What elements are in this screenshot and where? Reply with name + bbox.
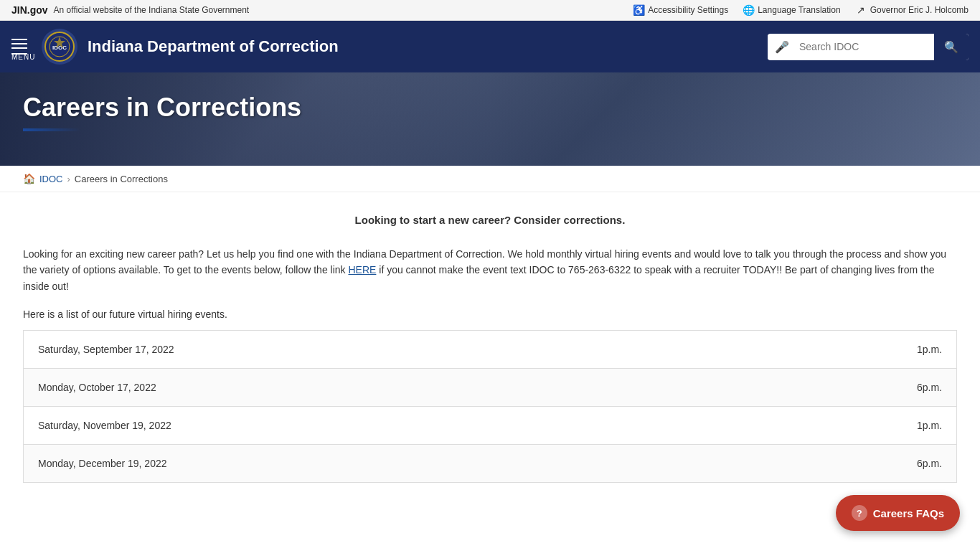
globe-icon: 🌐 <box>743 4 754 16</box>
event-date: Monday, December 19, 2022 <box>24 445 727 483</box>
language-translation-link[interactable]: 🌐 Language Translation <box>743 4 840 16</box>
hero-underline <box>23 128 80 131</box>
hero-title: Careers in Corrections <box>23 93 957 123</box>
search-mic-button[interactable]: 🎤 <box>768 34 796 60</box>
table-row: Saturday, November 19, 2022 1p.m. <box>24 407 957 445</box>
list-intro: Here is a list of our future virtual hir… <box>23 309 957 320</box>
agency-title: Indiana Department of Correction <box>88 37 768 56</box>
top-bar: JIN.gov An official website of the India… <box>0 0 980 21</box>
breadcrumb: 🏠 IDOC › Careers in Corrections <box>0 166 980 192</box>
header-nav: MENU IDOC Indiana Department of Correcti… <box>0 21 980 72</box>
hero-section: Careers in Corrections <box>0 72 980 166</box>
official-text: An official website of the Indiana State… <box>54 5 250 15</box>
accessibility-link[interactable]: ♿ Accessibility Settings <box>633 4 728 16</box>
hamburger-line <box>11 39 27 40</box>
event-date: Saturday, September 17, 2022 <box>24 331 727 369</box>
event-time: 1p.m. <box>726 331 956 369</box>
external-link-icon: ↗ <box>855 4 867 16</box>
careers-faqs-button[interactable]: ? Careers FAQs <box>836 495 960 504</box>
event-time: 6p.m. <box>726 369 956 407</box>
accessibility-icon: ♿ <box>633 4 644 16</box>
event-time: 6p.m. <box>726 445 956 483</box>
svg-text:IDOC: IDOC <box>52 44 67 51</box>
search-input[interactable] <box>796 35 934 58</box>
breadcrumb-separator: › <box>67 174 70 184</box>
here-link[interactable]: HERE <box>348 264 376 276</box>
intro-bold: Looking to start a new career? Consider … <box>23 214 957 226</box>
table-row: Monday, October 17, 2022 6p.m. <box>24 369 957 407</box>
event-date: Monday, October 17, 2022 <box>24 369 727 407</box>
menu-label: MENU <box>11 53 27 55</box>
jin-logo: JIN.gov <box>11 4 48 16</box>
agency-logo: IDOC <box>42 29 77 65</box>
table-row: Monday, December 19, 2022 6p.m. <box>24 445 957 483</box>
top-bar-right: ♿ Accessibility Settings 🌐 Language Tran… <box>633 4 969 16</box>
governor-link[interactable]: ↗ Governor Eric J. Holcomb <box>855 4 969 16</box>
hamburger-line <box>11 47 27 49</box>
hamburger-line <box>11 43 27 44</box>
event-time: 1p.m. <box>726 407 956 445</box>
top-bar-left: JIN.gov An official website of the India… <box>11 4 249 16</box>
table-row: Saturday, September 17, 2022 1p.m. <box>24 331 957 369</box>
hero-content: Careers in Corrections <box>0 72 980 131</box>
event-date: Saturday, November 19, 2022 <box>24 407 727 445</box>
events-table: Saturday, September 17, 2022 1p.m. Monda… <box>23 330 957 483</box>
search-button[interactable]: 🔍 <box>934 34 969 60</box>
body-paragraph: Looking for an exciting new career path?… <box>23 246 957 294</box>
home-icon: 🏠 <box>23 173 35 184</box>
search-box: 🎤 🔍 <box>768 34 969 60</box>
breadcrumb-current: Careers in Corrections <box>75 174 168 184</box>
menu-button[interactable]: MENU <box>11 39 27 55</box>
main-content: Looking to start a new career? Consider … <box>0 192 980 504</box>
breadcrumb-home-link[interactable]: IDOC <box>39 174 63 184</box>
